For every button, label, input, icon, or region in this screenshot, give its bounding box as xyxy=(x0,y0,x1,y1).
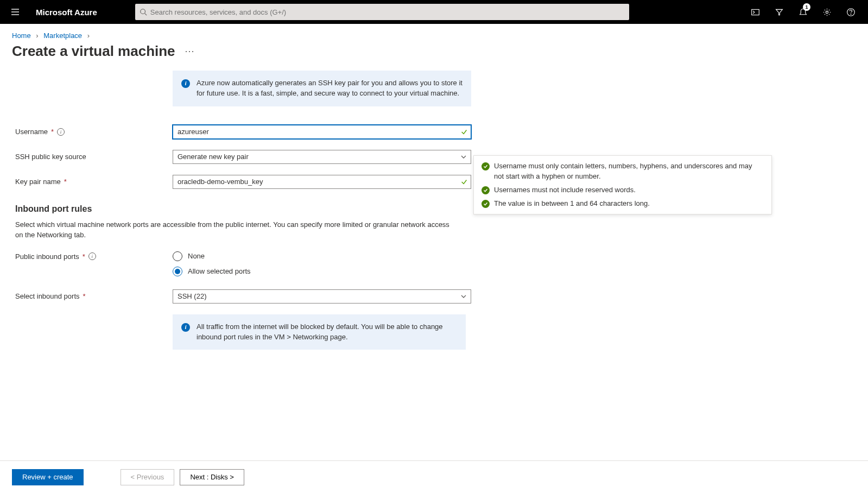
search-input[interactable] xyxy=(147,8,625,16)
validation-rule-1: Username must only contain letters, numb… xyxy=(481,161,764,182)
username-value: azureuser xyxy=(178,128,209,136)
radio-circle-selected-icon xyxy=(173,267,182,276)
check-icon xyxy=(460,178,468,186)
cloud-shell-icon[interactable] xyxy=(743,0,767,24)
info-tooltip-icon[interactable]: i xyxy=(88,252,96,260)
public-ports-radio-group: None Allow selected ports xyxy=(173,251,471,276)
search-box[interactable] xyxy=(135,4,629,20)
public-ports-row: Public inbound ports * i None Allow sele… xyxy=(15,251,471,276)
select-ports-label: Select inbound ports xyxy=(15,292,80,300)
svg-point-3 xyxy=(141,9,145,14)
svg-line-4 xyxy=(144,14,147,16)
required-star: * xyxy=(83,292,86,300)
select-ports-row: Select inbound ports * SSH (22) xyxy=(15,289,471,304)
radio-none[interactable]: None xyxy=(173,251,471,261)
more-actions-icon[interactable]: ··· xyxy=(185,46,195,57)
help-icon[interactable] xyxy=(839,0,863,24)
username-input-wrap: azureuser xyxy=(173,125,471,139)
svg-point-10 xyxy=(851,14,851,14)
keypair-label: Key pair name xyxy=(15,178,61,186)
check-circle-icon xyxy=(481,186,490,194)
page-title-row: Create a virtual machine ··· xyxy=(0,42,868,71)
keypair-value: oracledb-demo-vembu_key xyxy=(178,178,263,186)
ssh-source-select-wrap: Generate new key pair xyxy=(173,150,471,164)
radio-allow-selected[interactable]: Allow selected ports xyxy=(173,267,471,276)
ssh-source-select[interactable]: Generate new key pair xyxy=(173,150,471,164)
select-ports-select-wrap: SSH (22) xyxy=(173,289,471,304)
radio-allow-label: Allow selected ports xyxy=(188,267,251,275)
svg-point-8 xyxy=(826,11,828,13)
radio-circle-icon xyxy=(173,251,182,261)
required-star: * xyxy=(51,128,54,136)
public-ports-label: Public inbound ports xyxy=(15,252,79,261)
svg-marker-7 xyxy=(776,9,782,15)
validation-rule-1-text: Username must only contain letters, numb… xyxy=(494,161,764,182)
search-icon xyxy=(140,8,147,16)
info-icon: i xyxy=(181,79,190,88)
info-icon: i xyxy=(181,323,190,332)
keypair-input-wrap: oracledb-demo-vembu_key xyxy=(173,175,471,189)
inbound-description: Select which virtual machine network por… xyxy=(15,219,455,241)
ssh-source-label: SSH public key source xyxy=(15,153,86,161)
notification-badge: 1 xyxy=(803,3,810,11)
check-circle-icon xyxy=(481,200,490,208)
breadcrumb: Home › Marketplace › xyxy=(0,24,868,42)
username-row: Username * i azureuser xyxy=(15,125,471,139)
ssh-source-row: SSH public key source Generate new key p… xyxy=(15,150,471,164)
traffic-info-banner: i All traffic from the internet will be … xyxy=(173,314,466,350)
select-ports-select[interactable]: SSH (22) xyxy=(173,289,471,304)
notifications-icon[interactable]: 1 xyxy=(791,0,815,24)
required-star: * xyxy=(64,178,67,186)
check-icon xyxy=(460,128,468,136)
directory-filter-icon[interactable] xyxy=(767,0,791,24)
info-tooltip-icon[interactable]: i xyxy=(57,128,65,136)
select-ports-value: SSH (22) xyxy=(178,292,206,300)
brand-label: Microsoft Azure xyxy=(36,8,97,17)
breadcrumb-marketplace[interactable]: Marketplace xyxy=(43,31,82,40)
keypair-input[interactable]: oracledb-demo-vembu_key xyxy=(173,175,471,189)
validation-rule-2: Usernames must not include reserved word… xyxy=(481,185,764,195)
username-input[interactable]: azureuser xyxy=(173,125,471,139)
chevron-right-icon: › xyxy=(87,31,90,40)
radio-none-label: None xyxy=(188,252,205,260)
chevron-right-icon: › xyxy=(36,31,38,40)
settings-icon[interactable] xyxy=(815,0,839,24)
breadcrumb-home[interactable]: Home xyxy=(12,31,31,40)
check-circle-icon xyxy=(481,162,490,170)
required-star: * xyxy=(83,252,85,261)
top-header-bar: Microsoft Azure 1 xyxy=(0,0,868,24)
svg-rect-5 xyxy=(751,9,759,15)
form-content: i Azure now automatically generates an S… xyxy=(0,71,868,422)
validation-rule-3-text: The value is in between 1 and 64 charact… xyxy=(494,199,650,209)
ssh-source-value: Generate new key pair xyxy=(178,153,249,161)
info-banner-text: Azure now automatically generates an SSH… xyxy=(197,78,462,99)
page-title: Create a virtual machine xyxy=(12,43,175,60)
inbound-heading: Inbound port rules xyxy=(15,204,471,214)
keypair-row: Key pair name * oracledb-demo-vembu_key xyxy=(15,175,471,189)
validation-rule-2-text: Usernames must not include reserved word… xyxy=(494,185,636,195)
top-bar-icons: 1 xyxy=(743,0,863,24)
validation-rule-3: The value is in between 1 and 64 charact… xyxy=(481,199,764,209)
username-label: Username xyxy=(15,128,48,136)
search-container xyxy=(135,4,629,20)
username-validation-popup: Username must only contain letters, numb… xyxy=(473,155,772,214)
traffic-info-text: All traffic from the internet will be bl… xyxy=(197,322,457,343)
menu-icon[interactable] xyxy=(5,7,25,17)
ssh-info-banner: i Azure now automatically generates an S… xyxy=(173,71,471,106)
